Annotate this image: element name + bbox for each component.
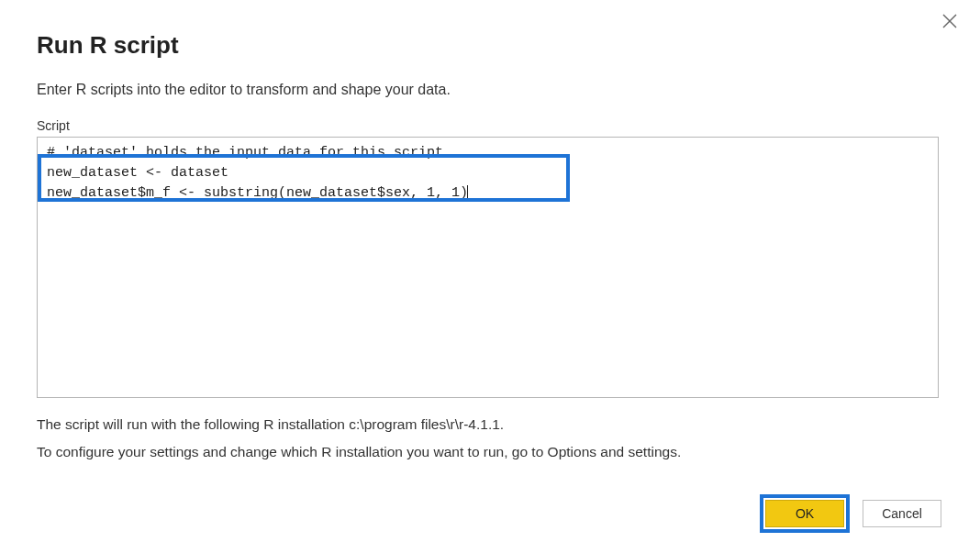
info-line: The script will run with the following R… [37,411,943,438]
script-editor[interactable]: # 'dataset' holds the input data for thi… [37,137,939,398]
button-row: OK Cancel [760,494,941,533]
dialog-subtitle: Enter R scripts into the editor to trans… [37,82,943,98]
close-icon[interactable] [940,13,960,33]
script-line: new_dataset <- dataset [47,163,929,183]
ok-button[interactable]: OK [765,500,844,527]
ok-highlight-annotation: OK [760,494,850,533]
script-line: new_dataset$m_f <- substring(new_dataset… [47,183,929,204]
info-block: The script will run with the following R… [37,411,943,466]
dialog-title: Run R script [37,31,943,60]
script-line: # 'dataset' holds the input data for thi… [47,143,929,163]
script-label: Script [37,118,943,133]
info-line: To configure your settings and change wh… [37,438,943,466]
cancel-button[interactable]: Cancel [863,500,941,527]
run-r-script-dialog: Run R script Enter R scripts into the ed… [0,0,980,553]
